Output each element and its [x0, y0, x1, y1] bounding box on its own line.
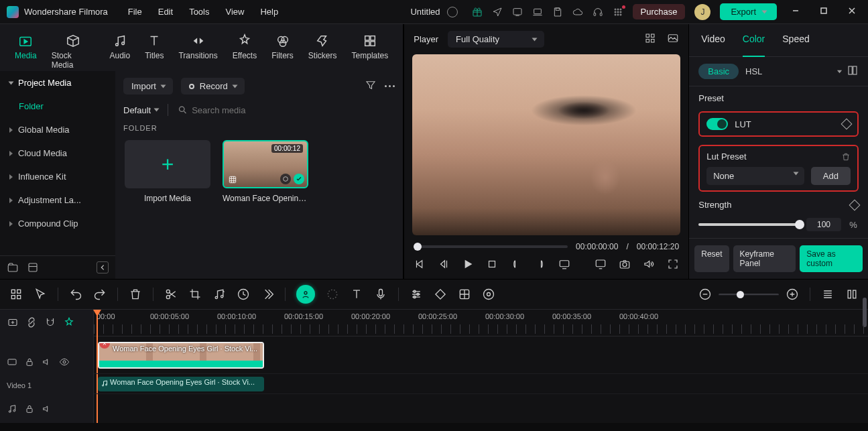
more-tools-icon[interactable]	[261, 288, 274, 301]
track-add-icon[interactable]	[7, 316, 19, 330]
monitor-icon[interactable]	[595, 258, 607, 272]
inspector-tab-color[interactable]: Color	[743, 34, 765, 57]
filter-icon[interactable]	[365, 79, 377, 93]
clip-notes-icon[interactable]	[280, 174, 291, 184]
mark-in-icon[interactable]	[510, 258, 522, 272]
strength-slider[interactable]	[698, 223, 800, 226]
keyframe-panel-button[interactable]: Keyframe Panel	[733, 245, 796, 272]
inspector-tab-speed[interactable]: Speed	[782, 34, 809, 50]
visibility-icon[interactable]	[59, 357, 70, 369]
menu-file[interactable]: File	[128, 7, 142, 17]
tab-audio[interactable]: Audio	[110, 29, 131, 60]
collapse-sidebar-icon[interactable]	[97, 261, 109, 273]
strength-value[interactable]: 100	[806, 218, 841, 231]
tab-filters[interactable]: Filters	[271, 29, 294, 60]
audio-clip[interactable]: Woman Face Opening Eyes Girl · Stock Vi.…	[98, 377, 264, 391]
lut-toggle[interactable]	[706, 118, 728, 130]
media-clip-thumb[interactable]: 00:00:12	[223, 140, 308, 188]
prev-clip-icon[interactable]	[414, 258, 426, 272]
reset-button[interactable]: Reset	[694, 245, 729, 272]
import-media-box[interactable]: +	[125, 140, 210, 188]
tab-effects[interactable]: Effects	[233, 29, 257, 60]
undo-icon[interactable]	[69, 288, 82, 301]
tab-templates[interactable]: Templates	[352, 29, 389, 60]
chevron-down-icon[interactable]	[837, 70, 842, 73]
sidebar-project-media[interactable]: Project Media	[0, 71, 115, 95]
sidebar-compound-clip[interactable]: Compound Clip	[0, 212, 115, 235]
select-tool-icon[interactable]	[34, 288, 47, 301]
text-tool-icon[interactable]	[350, 288, 363, 301]
crop-icon[interactable]	[188, 288, 202, 301]
device-icon[interactable]	[512, 7, 523, 17]
panel-layout-icon[interactable]	[847, 64, 859, 78]
timeline-tracks[interactable]: 00:00 00:00:05:00 00:00:10:00 00:00:15:0…	[94, 310, 868, 423]
user-avatar[interactable]: J	[694, 4, 710, 20]
tab-media[interactable]: Media	[15, 29, 37, 60]
preview-viewer[interactable]	[412, 54, 680, 235]
volume-icon[interactable]	[643, 258, 655, 272]
sidebar-cloud-media[interactable]: Cloud Media	[0, 141, 115, 165]
purchase-button[interactable]: Purchase	[633, 4, 686, 19]
display-settings-icon[interactable]	[558, 258, 570, 272]
layout-grid-icon[interactable]	[9, 288, 23, 301]
mute-icon[interactable]	[42, 357, 52, 369]
window-minimize[interactable]	[786, 7, 805, 17]
sidebar-global-media[interactable]: Global Media	[0, 118, 115, 141]
split-icon[interactable]	[164, 288, 178, 301]
sidebar-influence-kit[interactable]: Influence Kit	[0, 165, 115, 188]
subtab-basic[interactable]: Basic	[698, 64, 739, 79]
camera-icon[interactable]	[619, 258, 631, 272]
audio-track-icon[interactable]	[7, 404, 17, 416]
lut-add-button[interactable]: Add	[811, 167, 851, 185]
video-clip[interactable]: × Woman Face Opening Eyes Girl · Stock V…	[98, 342, 264, 369]
track-height-icon[interactable]	[821, 288, 834, 301]
lock-icon[interactable]	[24, 404, 35, 416]
timeline-settings-icon[interactable]	[845, 288, 859, 301]
zoom-out-icon[interactable]	[698, 288, 712, 301]
link-icon[interactable]	[25, 316, 38, 330]
adjustment-icon[interactable]	[410, 288, 423, 301]
audio-track-1[interactable]: Woman Face Opening Eyes Girl · Stock Vi.…	[94, 374, 868, 394]
search-media[interactable]	[178, 105, 395, 115]
ai-tools-icon[interactable]	[296, 285, 315, 304]
trash-icon[interactable]	[841, 152, 851, 162]
magnet-icon[interactable]	[44, 316, 56, 330]
save-custom-button[interactable]: Save as custom	[800, 245, 863, 272]
playback-scrubber[interactable]	[414, 245, 568, 248]
new-folder-icon[interactable]	[7, 261, 19, 273]
lut-preset-select[interactable]: None	[706, 167, 804, 185]
step-back-icon[interactable]	[438, 258, 450, 272]
menu-view[interactable]: View	[225, 7, 244, 17]
grid-view-icon[interactable]	[644, 32, 656, 46]
music-beat-icon[interactable]	[212, 288, 226, 301]
timeline-ruler[interactable]: 00:00 00:00:05:00 00:00:10:00 00:00:15:0…	[94, 310, 868, 336]
zoom-in-icon[interactable]	[786, 288, 799, 301]
export-button[interactable]: Export	[720, 3, 777, 20]
laptop-icon[interactable]	[532, 7, 543, 17]
import-dropdown[interactable]: Import	[123, 78, 173, 95]
sidebar-folder[interactable]: Folder	[0, 95, 115, 118]
more-options-icon[interactable]	[385, 85, 395, 87]
redo-icon[interactable]	[93, 288, 107, 301]
color-wheel-icon[interactable]	[326, 288, 339, 301]
marker-icon[interactable]	[458, 288, 471, 301]
record-dropdown[interactable]: Record	[181, 78, 245, 95]
save-icon[interactable]	[552, 7, 563, 17]
tab-titles[interactable]: Titles	[145, 29, 164, 60]
keyframe-diamond-icon[interactable]	[849, 199, 861, 210]
inspector-tab-video[interactable]: Video	[701, 34, 725, 50]
menu-tools[interactable]: Tools	[189, 7, 209, 17]
tab-stickers[interactable]: Stickers	[308, 29, 337, 60]
video-track-icon[interactable]	[7, 357, 17, 369]
mic-icon[interactable]	[374, 288, 387, 301]
headphones-icon[interactable]	[593, 7, 603, 17]
tab-stock-media[interactable]: Stock Media	[52, 29, 95, 70]
playback-quality-dropdown[interactable]: Full Quality	[448, 31, 544, 48]
keyframe-icon[interactable]	[434, 288, 447, 301]
delete-icon[interactable]	[129, 288, 142, 301]
new-bin-icon[interactable]	[27, 261, 39, 273]
zoom-slider[interactable]	[719, 294, 779, 296]
mute-icon[interactable]	[42, 404, 52, 416]
sidebar-adjustment-layer[interactable]: Adjustment La...	[0, 188, 115, 212]
window-close[interactable]	[843, 7, 861, 17]
